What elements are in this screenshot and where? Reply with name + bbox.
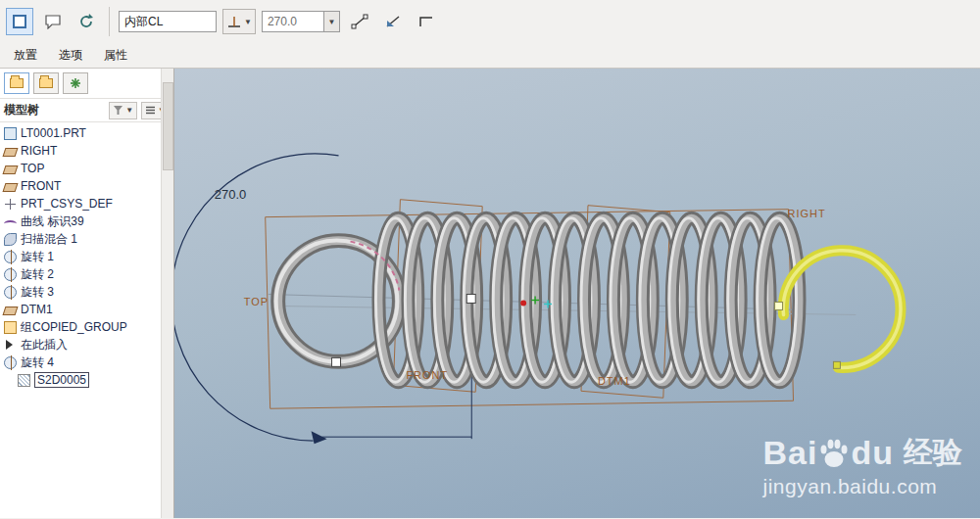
tree-item[interactable]: 旋转 3 bbox=[0, 283, 160, 301]
section-sketch-button[interactable] bbox=[6, 8, 33, 35]
watermark-brand: Bai du 经验 bbox=[763, 433, 962, 473]
refresh-arrows-icon bbox=[77, 13, 95, 30]
funnel-icon bbox=[113, 105, 123, 116]
tree-header: 模型树 ▼ ▼ bbox=[0, 99, 173, 122]
watermark: Bai du 经验 jingyan.baidu.com bbox=[763, 433, 962, 498]
tree-item[interactable]: 组COPIED_GROUP bbox=[0, 318, 160, 336]
angle-combo[interactable]: 270.0 ▼ bbox=[262, 11, 340, 32]
tree-item-icon bbox=[6, 340, 13, 350]
tree-item[interactable]: S2D0005 bbox=[0, 371, 160, 389]
tree-item[interactable]: RIGHT bbox=[0, 142, 160, 160]
navigator-tabs bbox=[0, 69, 173, 99]
dashboard-toolbar: 内部CL ▼ 270.0 ▼ bbox=[0, 0, 980, 69]
tree-item[interactable]: 旋转 1 bbox=[0, 248, 160, 265]
tree-item-icon bbox=[4, 268, 17, 281]
angle-input[interactable]: 270.0 bbox=[262, 11, 324, 32]
tree-item-icon bbox=[4, 127, 17, 140]
tree-item-label: 扫描混合 1 bbox=[21, 231, 77, 248]
tree-item-icon bbox=[4, 251, 17, 263]
tree-item[interactable]: 在此插入 bbox=[0, 336, 160, 354]
tree-item[interactable]: 扫描混合 1 bbox=[0, 230, 160, 248]
filter-dropdown[interactable]: ▼ bbox=[109, 102, 137, 119]
trajectory-input[interactable]: 内部CL bbox=[119, 11, 217, 32]
perpendicular-icon bbox=[226, 15, 242, 28]
tree-item-label: 曲线 标识39 bbox=[21, 213, 84, 230]
tree-item-label: RIGHT bbox=[21, 144, 57, 158]
top-plane-label[interactable]: TOP bbox=[244, 296, 269, 307]
tree-item[interactable]: 曲线 标识39 bbox=[0, 212, 160, 230]
tree-item[interactable]: DTM1 bbox=[0, 301, 160, 318]
sketch-line-button[interactable] bbox=[346, 8, 373, 35]
regenerate-button[interactable] bbox=[73, 8, 100, 35]
tree-item[interactable]: TOP bbox=[0, 160, 160, 177]
right-plane-label[interactable]: RIGHT bbox=[788, 208, 826, 219]
dashboard-tab[interactable]: 选项 bbox=[49, 45, 92, 66]
model-tree-tab[interactable] bbox=[4, 72, 29, 94]
comment-button[interactable] bbox=[39, 8, 67, 35]
watermark-brand-right: du bbox=[851, 434, 894, 472]
tree-item-label: 旋转 1 bbox=[21, 249, 54, 265]
folder-icon bbox=[10, 78, 24, 88]
toolbar-row-controls: 内部CL ▼ 270.0 ▼ bbox=[0, 0, 980, 43]
angle-combo-arrow[interactable]: ▼ bbox=[324, 11, 340, 32]
frame-icon bbox=[12, 14, 27, 29]
dimension-value-text[interactable]: 270.0 bbox=[215, 187, 246, 202]
red-point-marker bbox=[520, 300, 526, 306]
chevron-down-icon: ▼ bbox=[125, 106, 133, 115]
folder-icon bbox=[39, 78, 53, 88]
front-plane-label[interactable]: FRONT bbox=[406, 369, 448, 381]
sketch-section-button[interactable] bbox=[379, 8, 407, 35]
dashboard-tab[interactable]: 放置 bbox=[4, 45, 47, 66]
watermark-brand-cn: 经验 bbox=[904, 433, 962, 473]
tree-item-icon bbox=[4, 356, 17, 369]
model-tree: LT0001.PRT RIGHT TOP FRONT bbox=[0, 122, 173, 389]
speech-bubble-icon bbox=[44, 14, 62, 29]
line-triangle-icon bbox=[384, 14, 402, 29]
tree-item[interactable]: LT0001.PRT bbox=[0, 124, 160, 142]
tree-item[interactable]: PRT_CSYS_DEF bbox=[0, 195, 160, 212]
tree-item-icon bbox=[4, 220, 17, 227]
tree-scrollbar-thumb[interactable] bbox=[163, 82, 173, 170]
watermark-brand-left: Bai bbox=[763, 434, 818, 472]
model-tree-panel: 模型树 ▼ ▼ LT0001.PRT bbox=[0, 69, 174, 518]
angle-value: 270.0 bbox=[268, 15, 297, 28]
tree-item[interactable]: 旋转 4 bbox=[0, 354, 160, 371]
tree-item-icon bbox=[18, 374, 30, 387]
section-drag-handle[interactable] bbox=[332, 357, 341, 366]
list-icon bbox=[145, 105, 156, 116]
toolbar-separator bbox=[109, 7, 110, 36]
tree-title: 模型树 bbox=[4, 102, 105, 118]
tree-item-label: 组COPIED_GROUP bbox=[21, 319, 127, 336]
hook-end-handle[interactable] bbox=[833, 361, 840, 368]
tree-item-icon bbox=[3, 165, 19, 174]
tree-item-icon bbox=[3, 183, 19, 192]
asterisk-icon bbox=[70, 77, 81, 89]
tree-item-label: S2D0005 bbox=[34, 372, 89, 388]
main-area: 模型树 ▼ ▼ LT0001.PRT bbox=[0, 69, 980, 518]
favorites-tab[interactable] bbox=[63, 72, 88, 94]
tree-item[interactable]: 旋转 2 bbox=[0, 265, 160, 283]
tree-item[interactable]: FRONT bbox=[0, 177, 160, 195]
corner-icon bbox=[417, 15, 435, 28]
dtm1-plane-label[interactable]: DTM1 bbox=[598, 375, 631, 387]
trajectory-drag-handle[interactable] bbox=[466, 294, 475, 303]
chevron-down-icon: ▼ bbox=[244, 18, 252, 26]
folder-browser-tab[interactable] bbox=[33, 72, 59, 94]
graphics-viewport[interactable]: 270.0 TOP bbox=[174, 69, 980, 518]
corner-button[interactable] bbox=[413, 8, 440, 35]
dashboard-tab[interactable]: 属性 bbox=[94, 45, 137, 66]
tree-item-icon bbox=[3, 307, 19, 315]
trajectory-value: 内部CL bbox=[124, 14, 163, 30]
hook-start-handle[interactable] bbox=[775, 302, 783, 309]
tree-item-icon bbox=[4, 286, 17, 299]
tree-item-label: FRONT bbox=[21, 179, 61, 193]
tree-item-label: TOP bbox=[21, 162, 44, 175]
line-endpoints-icon bbox=[351, 14, 368, 29]
normal-to-trajectory-dropdown[interactable]: ▼ bbox=[222, 9, 256, 34]
tree-item-icon bbox=[3, 148, 19, 157]
tree-item-label: 旋转 2 bbox=[21, 266, 54, 283]
tree-scrollbar[interactable] bbox=[161, 69, 173, 518]
tree-item-label: 在此插入 bbox=[21, 337, 68, 354]
chevron-down-icon: ▼ bbox=[327, 18, 335, 26]
tree-item-label: 旋转 4 bbox=[21, 354, 54, 371]
